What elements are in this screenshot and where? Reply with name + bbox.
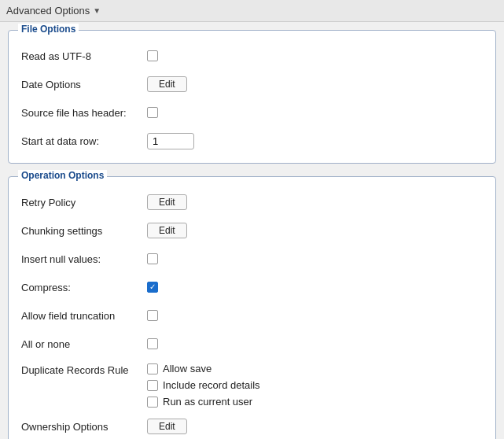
ownership-options-edit-button[interactable]: Edit — [147, 419, 187, 434]
duplicate-records-block: Duplicate Records Rule Allow save Includ… — [21, 363, 483, 408]
allow-truncation-label: Allow field truncation — [21, 310, 147, 322]
top-bar: Advanced Options ▼ — [0, 0, 504, 22]
file-options-section: File Options Read as UTF-8 Date Options … — [8, 30, 496, 164]
start-data-row-row: Start at data row: — [21, 131, 483, 150]
retry-policy-label: Retry Policy — [21, 197, 147, 208]
source-header-checkbox[interactable] — [147, 107, 158, 118]
operation-options-title: Operation Options — [18, 170, 107, 181]
include-record-details-label: Include record details — [163, 379, 260, 391]
all-or-none-checkbox[interactable] — [147, 338, 158, 349]
run-as-current-user-row: Run as current user — [147, 396, 260, 408]
date-options-label: Date Options — [21, 79, 147, 90]
main-content: File Options Read as UTF-8 Date Options … — [0, 22, 504, 439]
ownership-options-row: Ownership Options Edit — [21, 417, 483, 436]
allow-save-row: Allow save — [147, 363, 260, 374]
all-or-none-label: All or none — [21, 338, 147, 350]
insert-null-checkbox[interactable] — [147, 253, 158, 264]
duplicate-options-container: Allow save Include record details Run as… — [147, 363, 260, 408]
source-header-label: Source file has header: — [21, 107, 147, 119]
allow-save-checkbox[interactable] — [147, 363, 158, 374]
all-or-none-row: All or none — [21, 334, 483, 353]
duplicate-records-label: Duplicate Records Rule — [21, 363, 147, 376]
insert-null-label: Insert null values: — [21, 253, 147, 265]
operation-options-section: Operation Options Retry Policy Edit Chun… — [8, 176, 496, 439]
retry-policy-row: Retry Policy Edit — [21, 193, 483, 212]
run-as-current-user-label: Run as current user — [163, 396, 252, 408]
read-utf8-checkbox[interactable] — [147, 50, 158, 61]
file-options-title: File Options — [18, 24, 79, 35]
compress-checkbox[interactable] — [147, 282, 158, 293]
insert-null-row: Insert null values: — [21, 249, 483, 268]
ownership-options-label: Ownership Options — [21, 421, 147, 433]
include-record-details-row: Include record details — [147, 379, 260, 391]
allow-truncation-checkbox[interactable] — [147, 310, 158, 321]
compress-label: Compress: — [21, 282, 147, 293]
chunking-settings-row: Chunking settings Edit — [21, 221, 483, 240]
start-data-row-input[interactable] — [147, 133, 194, 149]
include-record-details-checkbox[interactable] — [147, 380, 158, 391]
read-utf8-label: Read as UTF-8 — [21, 50, 147, 62]
chunking-settings-edit-button[interactable]: Edit — [147, 223, 187, 238]
allow-save-label: Allow save — [163, 363, 212, 374]
start-data-row-label: Start at data row: — [21, 135, 147, 147]
allow-truncation-row: Allow field truncation — [21, 306, 483, 325]
date-options-row: Date Options Edit — [21, 75, 483, 94]
chevron-down-icon[interactable]: ▼ — [93, 6, 101, 15]
compress-row: Compress: — [21, 278, 483, 297]
date-options-edit-button[interactable]: Edit — [147, 76, 187, 92]
chunking-settings-label: Chunking settings — [21, 225, 147, 237]
read-utf8-row: Read as UTF-8 — [21, 46, 483, 65]
source-header-row: Source file has header: — [21, 103, 483, 122]
retry-policy-edit-button[interactable]: Edit — [147, 194, 187, 210]
advanced-options-label: Advanced Options — [6, 5, 90, 17]
run-as-current-user-checkbox[interactable] — [147, 397, 158, 408]
